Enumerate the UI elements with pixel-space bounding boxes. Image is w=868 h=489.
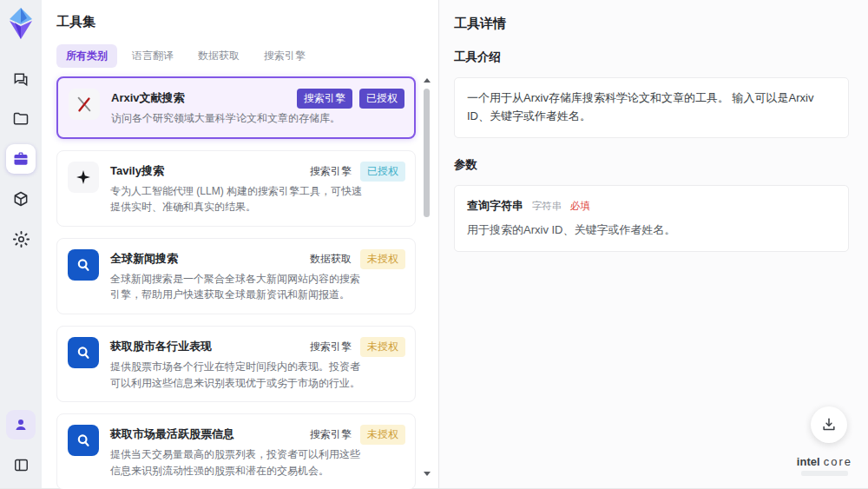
auth-status-badge: 已授权 [360, 162, 405, 182]
tab-data-fetch[interactable]: 数据获取 [188, 44, 249, 68]
tab-search-engine[interactable]: 搜索引擎 [254, 44, 315, 68]
scrollbar-thumb[interactable] [424, 89, 430, 217]
page-title: 工具集 [56, 14, 438, 30]
search-q-icon [68, 337, 99, 368]
sidebar-item-toolbox[interactable] [6, 144, 36, 174]
param-box: 查询字符串 字符串 必填 用于搜索的Arxiv ID、关键字或作者姓名。 [454, 185, 849, 253]
app-window: 工具集 所有类别 语言翻译 数据获取 搜索引擎 Arxiv文献搜索 访问各个研究… [0, 0, 868, 489]
tab-language-translation[interactable]: 语言翻译 [122, 44, 183, 68]
tool-description: 提供当天交易量最高的股票列表，投资者可以利用这些信息来识别流动性强的股票和潜在的… [110, 446, 364, 479]
param-required-flag: 必填 [570, 201, 590, 211]
tool-card-global-news[interactable]: 全球新闻搜索 全球新闻搜索是一个聚合全球各大新闻网站内容的搜索引擎，帮助用户快速… [56, 238, 416, 314]
app-logo-icon [6, 7, 36, 40]
intel-wordmark: intel [797, 455, 820, 468]
intro-text-box: 一个用于从Arxiv存储库搜索科学论文和文章的工具。 输入可以是Arxiv ID… [454, 77, 849, 138]
category-label: 搜索引擎 [308, 425, 353, 445]
download-button[interactable] [811, 406, 847, 443]
sidebar-item-package[interactable] [6, 184, 36, 214]
arxiv-logo-icon [69, 89, 100, 120]
category-label: 搜索引擎 [308, 337, 353, 357]
params-heading: 参数 [454, 157, 849, 173]
tool-details-panel: 工具详情 工具介绍 一个用于从Arxiv存储库搜索科学论文和文章的工具。 输入可… [438, 0, 868, 488]
list-scrollbar[interactable] [423, 78, 431, 476]
auth-status-badge: 已授权 [359, 89, 404, 109]
download-icon [820, 416, 838, 433]
param-type: 字符串 [532, 201, 562, 211]
search-q-icon [68, 425, 99, 456]
sidebar-item-user[interactable] [6, 410, 36, 439]
toolset-panel: 工具集 所有类别 语言翻译 数据获取 搜索引擎 Arxiv文献搜索 访问各个研究… [42, 0, 438, 488]
param-name: 查询字符串 [467, 199, 523, 212]
category-label: 数据获取 [308, 249, 353, 269]
auth-status-badge: 未授权 [360, 249, 405, 269]
tool-description: 提供股票市场各个行业在特定时间段内的表现。投资者可以利用这些信息来识别表现优于或… [110, 359, 364, 391]
tab-all-categories[interactable]: 所有类别 [56, 44, 117, 68]
scroll-up-arrow-icon[interactable] [424, 78, 431, 83]
tool-list: Arxiv文献搜索 访问各个研究领域大量科学论文和文章的存储库。 搜索引擎 已授… [56, 76, 424, 489]
tool-card-most-active-stocks[interactable]: 获取市场最活跃股票信息 提供当天交易量最高的股票列表，投资者可以利用这些信息来识… [56, 413, 416, 489]
auth-status-badge: 未授权 [360, 337, 405, 357]
category-tabs: 所有类别 语言翻译 数据获取 搜索引擎 [56, 44, 438, 68]
sidebar-item-panel-toggle[interactable] [6, 450, 36, 479]
param-description: 用于搜索的Arxiv ID、关键字或作者姓名。 [467, 221, 836, 240]
tool-description: 访问各个研究领域大量科学论文和文章的存储库。 [111, 110, 365, 127]
category-badge: 搜索引擎 [297, 89, 352, 109]
icon-rail [0, 0, 42, 488]
tool-description: 全球新闻搜索是一个聚合全球各大新闻网站内容的搜索引擎，帮助用户快速获取全球最新资… [110, 271, 364, 303]
brand-underline [801, 471, 848, 476]
intel-core-logo: intel core [797, 455, 852, 476]
tool-card-sector-performance[interactable]: 获取股市各行业表现 提供股票市场各个行业在特定时间段内的表现。投资者可以利用这些… [56, 326, 416, 402]
core-wordmark: core [824, 455, 852, 468]
details-title: 工具详情 [454, 16, 849, 32]
tool-card-tavily[interactable]: Tavily搜索 专为人工智能代理 (LLM) 构建的搜索引擎工具，可快速提供实… [56, 150, 416, 227]
scroll-down-arrow-icon[interactable] [424, 472, 431, 476]
category-label: 搜索引擎 [308, 162, 353, 182]
tool-description: 专为人工智能代理 (LLM) 构建的搜索引擎工具，可快速提供实时、准确和真实的结… [110, 183, 364, 215]
intro-heading: 工具介绍 [454, 50, 849, 65]
tool-card-arxiv[interactable]: Arxiv文献搜索 访问各个研究领域大量科学论文和文章的存储库。 搜索引擎 已授… [56, 76, 416, 139]
auth-status-badge: 未授权 [360, 425, 405, 445]
tavily-star-icon [68, 162, 99, 193]
sidebar-item-settings[interactable] [6, 224, 36, 254]
sidebar-item-chat[interactable] [6, 64, 36, 94]
sidebar-item-files[interactable] [6, 104, 36, 134]
search-q-icon [68, 249, 99, 281]
